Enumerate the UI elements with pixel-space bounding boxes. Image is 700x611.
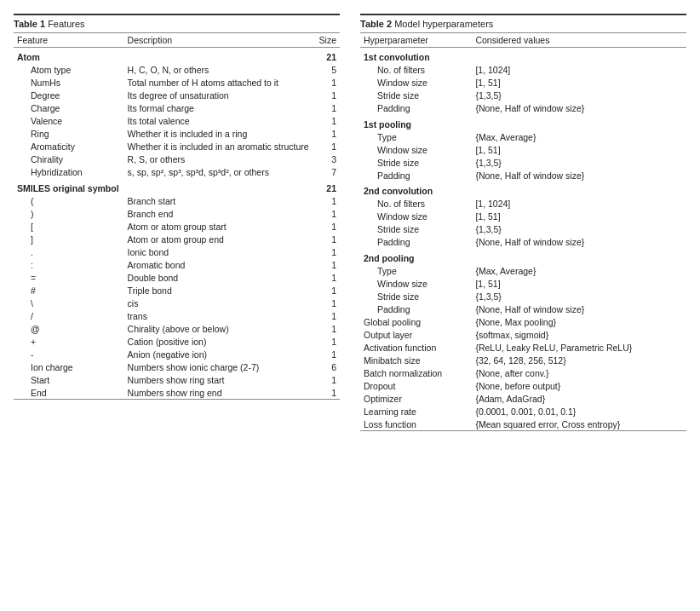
- feature-desc: R, S, or others: [124, 153, 315, 166]
- param-label: Dropout: [360, 379, 472, 392]
- table-row: End Numbers show ring end 1: [14, 386, 340, 400]
- param-label: Batch normalization: [360, 366, 472, 379]
- feature-size: 1: [315, 348, 340, 360]
- feature-label: Ion charge: [14, 360, 124, 373]
- feature-size: 1: [315, 141, 340, 153]
- feature-label: Start: [14, 373, 124, 386]
- feature-size: 1: [315, 309, 340, 322]
- table-row: Window size [1, 51]: [360, 277, 686, 290]
- feature-desc: Cation (positive ion): [124, 335, 315, 348]
- feature-size: 1: [315, 386, 340, 400]
- feature-desc: s, sp, sp², sp³, sp³d, sp³d², or others: [124, 166, 315, 179]
- table-row: No. of filters [1, 1024]: [360, 64, 686, 77]
- table-row: + Cation (positive ion) 1: [14, 335, 340, 348]
- param-values: {Adam, AdaGrad}: [472, 392, 686, 405]
- tables-container: Table 1 Features Feature Description Siz…: [14, 14, 686, 431]
- feature-desc: Whether it is included in a ring: [124, 128, 315, 141]
- table1-section: Table 1 Features Feature Description Siz…: [14, 14, 340, 400]
- table-row: Output layer {softmax, sigmoid}: [360, 328, 686, 341]
- feature-size: 1: [315, 322, 340, 335]
- param-label: Stride size: [360, 290, 472, 303]
- feature-desc: Its degree of unsaturation: [124, 89, 315, 102]
- table-row: Window size [1, 51]: [360, 143, 686, 156]
- feature-desc: Ionic bond: [124, 245, 315, 258]
- param-values: {softmax, sigmoid}: [472, 328, 686, 341]
- table-row: : Aromatic bond 1: [14, 258, 340, 271]
- feature-size: 5: [315, 64, 340, 77]
- table-row: = Double bond 1: [14, 271, 340, 284]
- conv2-label: 2nd convolution: [360, 182, 686, 198]
- feature-desc: Double bond: [124, 271, 315, 284]
- table-row: Stride size {1,3,5}: [360, 89, 686, 102]
- smiles-desc: [124, 179, 315, 195]
- table-row: Learning rate {0.0001, 0.001, 0.01, 0.1}: [360, 405, 686, 418]
- feature-size: 1: [315, 207, 340, 220]
- feature-label: +: [14, 335, 124, 348]
- table-row: Hybridization s, sp, sp², sp³, sp³d, sp³…: [14, 166, 340, 179]
- table-row: Degree Its degree of unsaturation 1: [14, 89, 340, 102]
- smiles-label: SMILES original symbol: [14, 179, 124, 195]
- table-row: No. of filters [1, 1024]: [360, 198, 686, 210]
- table-row: Optimizer {Adam, AdaGrad}: [360, 392, 686, 405]
- feature-desc: Chirality (above or below): [124, 322, 315, 335]
- table1-smiles-header: SMILES original symbol 21: [14, 179, 340, 195]
- param-values: {None, Max pooling}: [472, 315, 686, 328]
- table-row: Stride size {1,3,5}: [360, 223, 686, 236]
- param-values: {1,3,5}: [472, 89, 686, 102]
- feature-size: 1: [315, 373, 340, 386]
- feature-desc: Aromatic bond: [124, 258, 315, 271]
- param-values: {Max, Average}: [472, 130, 686, 143]
- feature-label: Charge: [14, 102, 124, 115]
- feature-desc: Anion (negative ion): [124, 348, 315, 360]
- feature-size: 1: [315, 297, 340, 309]
- table-row: # Triple bond 1: [14, 284, 340, 297]
- feature-label: Valence: [14, 115, 124, 128]
- param-label: Padding: [360, 102, 472, 115]
- table-row: Ring Whether it is included in a ring 1: [14, 128, 340, 141]
- table-row: ] Atom or atom group end 1: [14, 233, 340, 245]
- feature-desc: Whether it is included in an aromatic st…: [124, 141, 315, 153]
- param-label: No. of filters: [360, 64, 472, 77]
- feature-desc: Atom or atom group start: [124, 220, 315, 233]
- feature-desc: Its total valence: [124, 115, 315, 128]
- table-row: Ion charge Numbers show ionic charge (2-…: [14, 360, 340, 373]
- param-label: Type: [360, 130, 472, 143]
- table2-2ndpool-header: 2nd pooling: [360, 249, 686, 265]
- param-values: [1, 51]: [472, 277, 686, 290]
- feature-label: NumHs: [14, 77, 124, 89]
- feature-label: /: [14, 309, 124, 322]
- feature-label: -: [14, 348, 124, 360]
- table1-col-size: Size: [315, 33, 340, 48]
- param-label: Loss function: [360, 418, 472, 431]
- table-row: ( Branch start 1: [14, 194, 340, 207]
- table2-1stpool-header: 1st pooling: [360, 115, 686, 131]
- table1-header-row: Feature Description Size: [14, 33, 340, 48]
- table-row: Batch normalization {None, after conv.}: [360, 366, 686, 379]
- conv1-label: 1st convolution: [360, 48, 686, 64]
- param-label: Padding: [360, 169, 472, 182]
- param-values: [1, 51]: [472, 210, 686, 223]
- table2-header-row: Hyperparameter Considered values: [360, 33, 686, 48]
- atom-desc: [124, 48, 315, 64]
- feature-label: Hybridization: [14, 166, 124, 179]
- param-values: {None, Half of window size}: [472, 303, 686, 315]
- feature-size: 1: [315, 233, 340, 245]
- table-row: [ Atom or atom group start 1: [14, 220, 340, 233]
- table1-title-bold: Table 1: [14, 19, 45, 29]
- table-row: ) Branch end 1: [14, 207, 340, 220]
- param-values: [1, 51]: [472, 143, 686, 156]
- feature-label: Chirality: [14, 153, 124, 166]
- pool1-label: 1st pooling: [360, 115, 686, 131]
- feature-label: Degree: [14, 89, 124, 102]
- feature-label: ]: [14, 233, 124, 245]
- feature-size: 1: [315, 89, 340, 102]
- param-values: [1, 1024]: [472, 64, 686, 77]
- param-values: {None, Half of window size}: [472, 236, 686, 249]
- feature-size: 1: [315, 77, 340, 89]
- feature-label: Atom type: [14, 64, 124, 77]
- param-label: Window size: [360, 77, 472, 89]
- feature-desc: cis: [124, 297, 315, 309]
- param-label: Learning rate: [360, 405, 472, 418]
- table-row: Atom type H, C, O, N, or others 5: [14, 64, 340, 77]
- feature-size: 1: [315, 271, 340, 284]
